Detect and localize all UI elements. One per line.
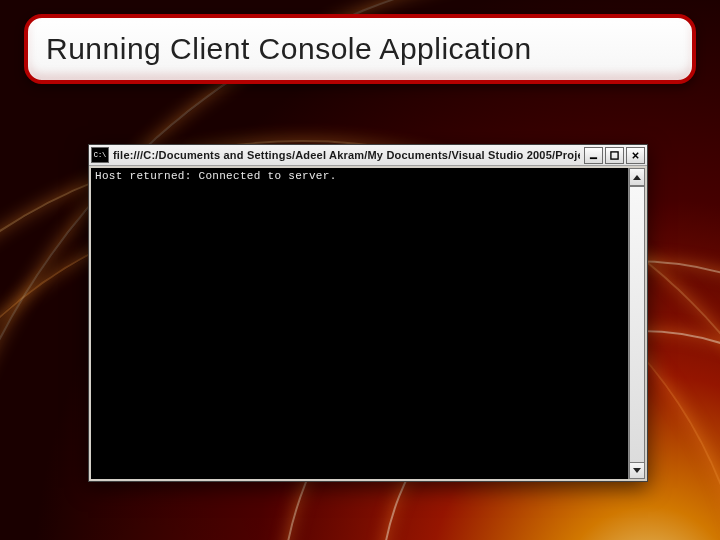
maximize-icon xyxy=(610,151,619,160)
minimize-button[interactable] xyxy=(584,147,603,164)
close-button[interactable] xyxy=(626,147,645,164)
console-body: Host returned: Connected to server. xyxy=(89,166,647,481)
cmd-icon: C:\ xyxy=(91,147,109,163)
window-controls xyxy=(584,147,645,164)
chevron-down-icon xyxy=(633,468,641,473)
svg-rect-0 xyxy=(590,157,597,159)
chevron-up-icon xyxy=(633,175,641,180)
console-output[interactable]: Host returned: Connected to server. xyxy=(91,168,628,479)
maximize-button[interactable] xyxy=(605,147,624,164)
scroll-up-button[interactable] xyxy=(629,168,645,186)
slide-title-banner: Running Client Console Application xyxy=(24,14,696,84)
console-window: C:\ file:///C:/Documents and Settings/Ad… xyxy=(88,144,648,482)
close-icon xyxy=(631,151,640,160)
slide-stage: Running Client Console Application C:\ f… xyxy=(0,0,720,540)
window-title: file:///C:/Documents and Settings/Adeel … xyxy=(113,149,580,161)
minimize-icon xyxy=(589,151,598,160)
scrollbar-track[interactable] xyxy=(629,186,645,461)
slide-title: Running Client Console Application xyxy=(46,32,532,66)
cmd-icon-label: C:\ xyxy=(94,151,107,159)
scroll-down-button[interactable] xyxy=(629,461,645,479)
svg-rect-1 xyxy=(611,151,618,158)
scrollbar-thumb[interactable] xyxy=(629,186,645,463)
vertical-scrollbar[interactable] xyxy=(628,168,645,479)
window-titlebar[interactable]: C:\ file:///C:/Documents and Settings/Ad… xyxy=(89,145,647,166)
